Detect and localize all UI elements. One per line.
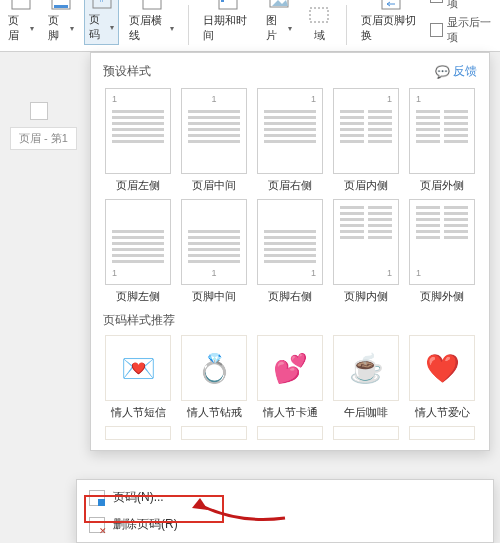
preset-style-label: 页眉外侧	[420, 178, 464, 193]
show-prev-label: 显示前一项	[447, 0, 496, 11]
header-crossline-button[interactable]: 页眉横线▾	[125, 0, 178, 45]
promo-label: 午后咖啡	[344, 405, 388, 420]
ribbon-toolbar: 页眉▾ 页脚▾ # 页码▾ 页眉横线▾ 日期和时间 图片▾ 域	[0, 0, 500, 52]
chevron-down-icon: ▾	[70, 24, 74, 33]
document-area: 页眉 - 第1 预设样式 💬 反馈 1页眉左侧1页眉中间1页眉右侧1页眉内侧1页…	[0, 52, 500, 543]
feedback-link[interactable]: 💬 反馈	[435, 63, 477, 80]
preset-style-label: 页眉内侧	[344, 178, 388, 193]
preset-style-center-header[interactable]: 1页眉中间	[179, 88, 249, 193]
preset-style-right-footer[interactable]: 1页脚右侧	[255, 199, 325, 304]
menu-item-page-number[interactable]: 页码(N)...	[77, 484, 493, 511]
promo-thumb-blank	[257, 426, 323, 440]
preset-style-label: 页脚外侧	[420, 289, 464, 304]
promo-thumb: ☕	[333, 335, 399, 401]
crossline-icon	[141, 0, 163, 11]
promo-item-blank[interactable]	[179, 426, 249, 440]
preset-style-outer-header[interactable]: 1页眉外侧	[407, 88, 477, 193]
footer-label: 页脚	[48, 13, 68, 43]
show-prev-icon	[430, 0, 443, 3]
picture-label: 图片	[266, 13, 286, 43]
preset-title: 预设样式	[103, 63, 151, 80]
header-label: 页眉	[8, 13, 28, 43]
preset-style-label: 页脚中间	[192, 289, 236, 304]
header-icon	[10, 0, 32, 11]
promo-item-0[interactable]: 💌情人节短信	[103, 335, 173, 420]
promo-row-2	[103, 426, 477, 440]
ribbon-right-group: 显示前一项 显示后一项	[430, 0, 496, 45]
menu-item-delete-page-number[interactable]: 删除页码(R)	[77, 511, 493, 538]
footer-button[interactable]: 页脚▾	[44, 0, 78, 45]
promo-title: 页码样式推荐	[103, 312, 477, 329]
preset-row-header: 1页眉左侧1页眉中间1页眉右侧1页眉内侧1页眉外侧	[103, 88, 477, 193]
promo-label: 情人节短信	[111, 405, 166, 420]
promo-label: 情人节卡通	[263, 405, 318, 420]
preset-style-label: 页脚内侧	[344, 289, 388, 304]
datetime-label: 日期和时间	[203, 13, 252, 43]
promo-item-4[interactable]: ❤️情人节爱心	[407, 335, 477, 420]
preset-style-right-header[interactable]: 1页眉右侧	[255, 88, 325, 193]
promo-item-blank[interactable]	[255, 426, 325, 440]
promo-item-blank[interactable]	[331, 426, 401, 440]
preset-style-inner-footer[interactable]: 1页脚内侧	[331, 199, 401, 304]
datetime-button[interactable]: 日期和时间	[199, 0, 256, 45]
show-next-button[interactable]: 显示后一项	[430, 15, 496, 45]
page-number-menu: 页码(N)... 删除页码(R)	[76, 479, 494, 543]
ribbon-separator	[188, 5, 189, 45]
page-number-label: 页码	[89, 12, 108, 42]
promo-thumb-blank	[409, 426, 475, 440]
picture-button[interactable]: 图片▾	[262, 0, 296, 45]
field-button[interactable]: 域	[302, 2, 336, 45]
show-prev-button[interactable]: 显示前一项	[430, 0, 496, 11]
page-marker-icon	[30, 102, 48, 120]
preset-style-left-footer[interactable]: 1页脚左侧	[103, 199, 173, 304]
chevron-down-icon: ▾	[30, 24, 34, 33]
promo-thumb-blank	[105, 426, 171, 440]
svg-rect-6	[143, 0, 161, 9]
switch-icon	[380, 0, 402, 11]
footer-icon	[50, 0, 72, 11]
page-number-icon: #	[91, 0, 113, 10]
promo-item-3[interactable]: ☕午后咖啡	[331, 335, 401, 420]
page-number-panel: 预设样式 💬 反馈 1页眉左侧1页眉中间1页眉右侧1页眉内侧1页眉外侧 1页脚左…	[90, 52, 490, 451]
delete-page-number-icon	[89, 517, 105, 533]
promo-item-blank[interactable]	[103, 426, 173, 440]
preset-style-left-header[interactable]: 1页眉左侧	[103, 88, 173, 193]
promo-label: 情人节爱心	[415, 405, 470, 420]
switch-label: 页眉页脚切换	[361, 13, 420, 43]
promo-item-1[interactable]: 💍情人节钻戒	[179, 335, 249, 420]
promo-item-2[interactable]: 💕情人节卡通	[255, 335, 325, 420]
show-next-label: 显示后一项	[447, 15, 496, 45]
preset-style-outer-footer[interactable]: 1页脚外侧	[407, 199, 477, 304]
menu-item-delete-label: 删除页码(R)	[113, 516, 178, 533]
chevron-down-icon: ▾	[288, 24, 292, 33]
preset-style-label: 页脚左侧	[116, 289, 160, 304]
promo-thumb: 💕	[257, 335, 323, 401]
chevron-down-icon: ▾	[110, 23, 114, 32]
promo-row: 💌情人节短信💍情人节钻戒💕情人节卡通☕午后咖啡❤️情人节爱心	[103, 335, 477, 420]
menu-item-page-number-label: 页码(N)...	[113, 489, 164, 506]
promo-thumb: ❤️	[409, 335, 475, 401]
svg-rect-3	[54, 5, 68, 8]
promo-item-blank[interactable]	[407, 426, 477, 440]
svg-text:#: #	[99, 0, 104, 4]
promo-thumb-blank	[181, 426, 247, 440]
svg-rect-10	[221, 0, 224, 2]
promo-thumb: 💍	[181, 335, 247, 401]
header-field-tag: 页眉 - 第1	[10, 127, 77, 150]
page-number-button[interactable]: # 页码▾	[84, 0, 119, 45]
preset-style-label: 页脚右侧	[268, 289, 312, 304]
show-next-icon	[430, 23, 443, 37]
preset-style-center-footer[interactable]: 1页脚中间	[179, 199, 249, 304]
promo-label: 情人节钻戒	[187, 405, 242, 420]
preset-style-inner-header[interactable]: 1页眉内侧	[331, 88, 401, 193]
header-button[interactable]: 页眉▾	[4, 0, 38, 45]
ribbon-separator	[346, 5, 347, 45]
chevron-down-icon: ▾	[170, 24, 174, 33]
picture-icon	[268, 0, 290, 11]
preset-style-label: 页眉左侧	[116, 178, 160, 193]
svg-rect-13	[310, 8, 328, 22]
promo-thumb: 💌	[105, 335, 171, 401]
promo-thumb-blank	[333, 426, 399, 440]
field-icon	[308, 4, 330, 26]
switch-button[interactable]: 页眉页脚切换	[357, 0, 424, 45]
